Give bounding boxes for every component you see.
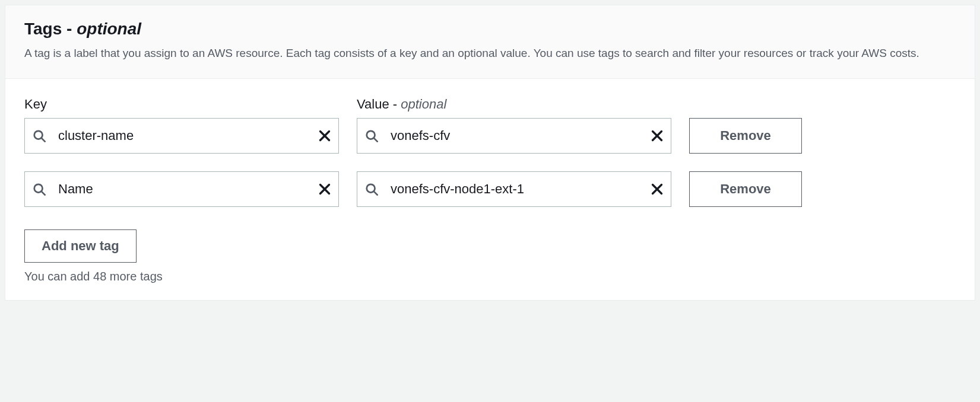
tags-remaining-hint: You can add 48 more tags [24,270,956,283]
value-column-label: Value - optional [357,97,671,112]
tag-row: Remove [24,118,956,154]
panel-header: Tags - optional A tag is a label that yo… [5,5,975,79]
panel-body: Key Value - optional [5,79,975,300]
remove-button[interactable]: Remove [689,118,802,154]
value-input-wrap [357,171,671,207]
clear-icon[interactable] [650,182,664,196]
panel-description: A tag is a label that you assign to an A… [24,44,956,62]
value-label-text: Value [357,97,389,111]
title-sep: - [62,20,77,38]
value-label-optional: optional [401,97,446,111]
tag-key-input[interactable] [24,171,339,207]
title-optional: optional [77,20,141,38]
remove-button[interactable]: Remove [689,171,802,207]
clear-icon[interactable] [318,129,332,143]
panel-title: Tags - optional [24,20,956,39]
tag-key-input[interactable] [24,118,339,154]
clear-icon[interactable] [650,129,664,143]
value-input-wrap [357,118,671,154]
value-label-sep: - [389,97,401,111]
title-text: Tags [24,20,62,38]
key-input-wrap [24,118,339,154]
key-input-wrap [24,171,339,207]
tag-value-input[interactable] [357,118,671,154]
tag-row: Remove [24,171,956,207]
add-new-tag-button[interactable]: Add new tag [24,229,137,263]
tags-panel: Tags - optional A tag is a label that yo… [5,5,975,301]
column-labels: Key Value - optional [24,97,956,112]
tag-value-input[interactable] [357,171,671,207]
key-column-label: Key [24,97,339,112]
clear-icon[interactable] [318,182,332,196]
